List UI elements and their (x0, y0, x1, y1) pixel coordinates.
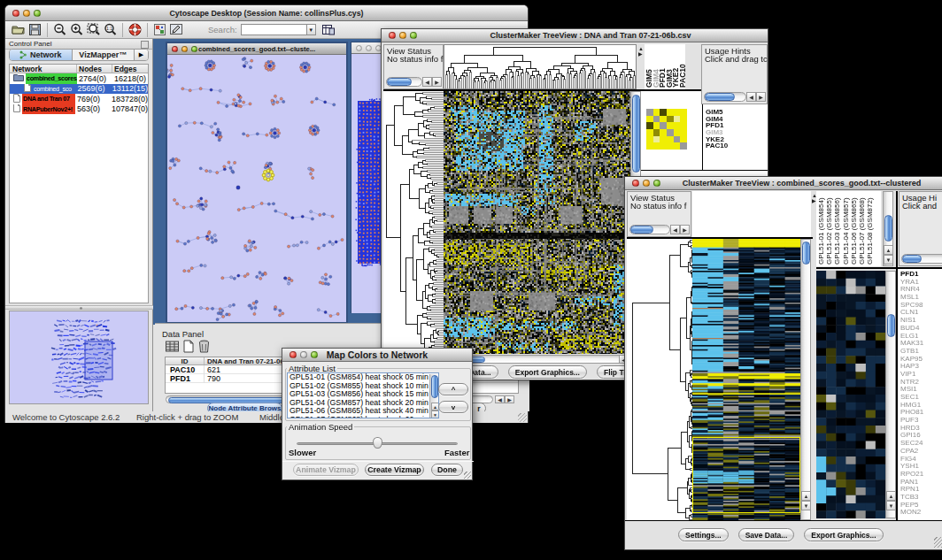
zoom-in-icon[interactable] (69, 23, 84, 37)
tv2-minimize-button[interactable] (643, 180, 650, 187)
network-row[interactable]: RNAPuberNov2+!563(0)107847(0) (10, 104, 148, 115)
scroll-up-icon[interactable]: ▲ (886, 491, 896, 501)
annotation-icon[interactable] (169, 23, 184, 37)
vizmapper-icon[interactable] (152, 23, 167, 37)
tv2-zoom-vscrollbar[interactable]: ▲ ▼ (885, 271, 896, 518)
scroll-down-icon[interactable]: ▼ (886, 501, 896, 510)
treeview2-titlebar[interactable]: ClusterMaker TreeView : combined_scores_… (625, 177, 942, 190)
tv2-export-graphics-button[interactable]: Export Graphics... (804, 528, 883, 541)
attribute-list[interactable]: GPL51-01 (GSM854) heat shock 05 minGPL51… (287, 372, 439, 418)
attribute-list-scrollbar[interactable]: ▲ ▼ (429, 374, 439, 418)
tv1-export-graphics-button[interactable]: Export Graphics... (508, 365, 587, 379)
treeview1-titlebar[interactable]: ClusterMaker TreeView : DNA and Tran 07-… (382, 29, 768, 42)
tv2-settings-button[interactable]: Settings... (678, 528, 729, 541)
main-titlebar[interactable]: Cytoscape Desktop (Session Name: collins… (5, 5, 528, 21)
network-view-window[interactable]: combined_scores_good.txt--cluste... (166, 42, 348, 324)
tv2-save-data-button[interactable]: Save Data... (738, 528, 795, 541)
tv1-zoom-button[interactable] (410, 32, 417, 39)
dp-col-id[interactable]: ID (166, 357, 205, 364)
search-input[interactable] (241, 24, 306, 35)
network-name: DNA and Tran 07 (22, 94, 75, 104)
tab-network[interactable]: Network (10, 50, 72, 60)
scroll-up-icon[interactable]: ▲ (801, 491, 811, 501)
dialog-titlebar[interactable]: Map Colors to Network (282, 349, 472, 362)
scroll-left-icon[interactable]: ◀ (670, 225, 680, 234)
move-up-button[interactable]: ^ (438, 383, 468, 395)
tv1-mini-scroll-arrows[interactable]: ▲▶ (638, 46, 644, 57)
dialog-resize-grip[interactable] (464, 472, 471, 479)
tv1-minimap-heatmap[interactable] (646, 109, 687, 150)
attribute-browser-icon[interactable] (321, 23, 336, 37)
tab-overflow-button[interactable]: ▶ (134, 50, 148, 60)
zoom-button[interactable] (34, 10, 41, 17)
animation-speed-slider-thumb[interactable] (373, 437, 382, 449)
move-down-button[interactable]: v (438, 401, 468, 413)
scroll-left-icon[interactable]: ◀ (495, 395, 505, 403)
col-header-edges[interactable]: Edges (112, 65, 148, 73)
tv2-labels-vscrollbar[interactable]: ▲ ▼ (883, 191, 893, 266)
scroll-left-icon[interactable]: ◀ (746, 92, 756, 102)
tv1-close-button[interactable] (389, 32, 396, 39)
network-row[interactable]: combined_sco2569(6)13112(15) (10, 84, 148, 95)
tv2-hints-scrollbar[interactable] (901, 254, 942, 264)
zoom-fit-icon[interactable]: 1:1 (103, 23, 118, 37)
tv2-vscrollbar[interactable]: ▲ ▼ (800, 239, 811, 520)
create-vizmap-button[interactable]: Create Vizmap (365, 464, 424, 476)
help-lifesaver-icon[interactable] (127, 23, 143, 37)
col-header-network[interactable]: Network (10, 65, 77, 73)
tv1-hints-scrollbar[interactable]: ◀ ▶ (704, 92, 766, 102)
scroll-right-icon[interactable]: ▶ (756, 92, 766, 102)
frame-minimize-icon[interactable] (181, 46, 188, 52)
frame2-minimize-icon[interactable] (366, 45, 372, 51)
done-button[interactable]: Done (431, 464, 463, 476)
scroll-down-icon[interactable]: ▼ (431, 410, 440, 418)
scroll-right-icon[interactable]: ▶ (680, 225, 690, 234)
tv2-column-dendrogram[interactable] (692, 191, 811, 237)
tv1-minimize-button[interactable] (399, 32, 406, 39)
network-row[interactable]: DNA and Tran 07769(0)183728(0) (10, 94, 148, 104)
frame2-close-icon[interactable] (356, 45, 362, 51)
tv1-row-dendrogram[interactable] (383, 91, 444, 354)
minimize-button[interactable] (23, 10, 30, 17)
scroll-down-icon[interactable]: ▼ (801, 501, 811, 510)
tv2-status-scrollbar[interactable]: ◀ ▶ (629, 225, 690, 234)
tv1-heatmap[interactable] (444, 91, 630, 354)
scroll-left-icon[interactable]: ◀ (422, 77, 432, 87)
dialog-zoom-button[interactable] (311, 351, 318, 358)
tv2-zoom-button[interactable] (653, 180, 660, 187)
tv2-close-button[interactable] (632, 180, 639, 187)
tv2-resize-grip[interactable] (934, 537, 942, 548)
scroll-right-icon[interactable]: ▶ (505, 395, 514, 403)
frame-zoom-icon[interactable] (191, 46, 197, 52)
save-icon[interactable] (27, 23, 42, 37)
tv1-status-scrollbar[interactable]: ◀ ▶ (386, 77, 442, 87)
dialog-minimize-button[interactable] (300, 351, 307, 358)
scroll-right-icon[interactable]: ▶ (432, 77, 442, 87)
resize-grip[interactable] (518, 413, 527, 422)
attribute-item[interactable]: GPL51-07 (GSM868) heat shock 60 min (288, 416, 438, 418)
delete-trash-icon[interactable] (198, 340, 210, 353)
dialog-close-button[interactable] (290, 351, 297, 358)
zoom-out-icon[interactable] (52, 23, 67, 37)
tv1-column-dendrogram[interactable] (444, 44, 637, 89)
float-panel-icon[interactable] (141, 41, 149, 49)
tab-vizmapper[interactable]: VizMapper™ (72, 50, 135, 60)
scroll-up-icon[interactable]: ▲ (884, 245, 893, 255)
network-canvas[interactable] (167, 55, 346, 322)
tv2-heatmap[interactable] (692, 239, 800, 520)
tv2-zoom-heatmap[interactable] (816, 271, 885, 518)
attribute-grid-icon[interactable] (166, 340, 179, 353)
scroll-down-icon[interactable]: ▼ (884, 255, 893, 265)
close-button[interactable] (12, 10, 19, 17)
tv2-row-dendrogram[interactable] (627, 239, 692, 520)
birdseye-view[interactable] (9, 311, 149, 404)
new-attribute-icon[interactable] (183, 340, 194, 353)
open-file-icon[interactable] (11, 23, 26, 37)
animate-vizmap-button[interactable]: Animate Vizmap (293, 464, 359, 476)
zoom-selected-icon[interactable] (86, 23, 101, 37)
network-row[interactable]: combined_scores_2764(0)16218(0) (10, 73, 148, 84)
col-header-nodes[interactable]: Nodes (77, 65, 112, 73)
search-dropdown-button[interactable]: ▼ (306, 24, 316, 35)
frame-close-icon[interactable] (172, 46, 178, 52)
panel-divider[interactable] (5, 305, 153, 310)
